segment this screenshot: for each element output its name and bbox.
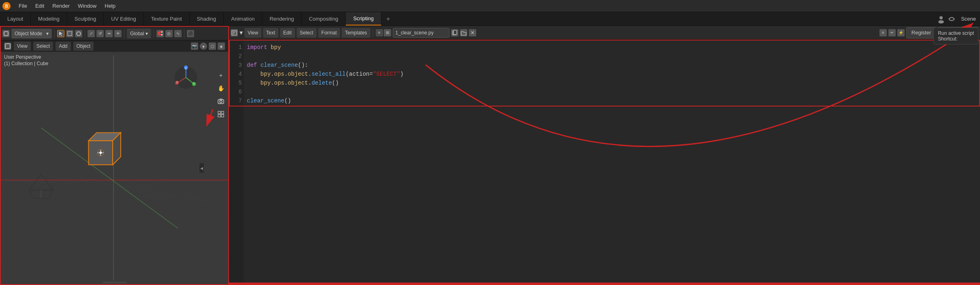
object-menu-button[interactable]: Object	[73, 42, 94, 51]
viewport-overlay-icon[interactable]: ⬡	[209, 43, 216, 50]
list-view-icon[interactable]: ≡	[376, 29, 383, 36]
code-line-7: clear_scene()	[247, 96, 977, 105]
svg-rect-6	[5, 44, 10, 49]
templates-menu-button[interactable]: Templates	[342, 28, 370, 38]
new-file-icon[interactable]	[451, 29, 458, 36]
script-editor-panel: ▾ View Text Edit Select Format Templates…	[229, 26, 980, 285]
editor-type-icon[interactable]	[231, 29, 238, 36]
line-numbering-icon[interactable]: ≡	[879, 29, 887, 36]
tab-scripting[interactable]: Scripting	[346, 12, 381, 26]
add-tool-button[interactable]: +	[215, 70, 227, 81]
text-menu-button[interactable]: Text	[263, 28, 278, 38]
menu-render[interactable]: Render	[48, 0, 74, 12]
snap-icon[interactable]: 🧲	[156, 30, 164, 37]
scale-icon[interactable]: ⇔	[105, 30, 113, 37]
viewport-nav-icon	[4, 43, 11, 50]
line-num-4: 4	[231, 70, 242, 79]
svg-rect-5	[68, 32, 72, 36]
open-file-icon[interactable]	[460, 29, 467, 36]
folder-icon	[461, 30, 466, 36]
tab-rendering[interactable]: Rendering	[262, 12, 302, 26]
tab-modeling[interactable]: Modeling	[31, 12, 67, 26]
shading-icon[interactable]: ⬛	[187, 30, 194, 37]
code-line-4: bpy.ops.object.select_all(action="SELECT…	[247, 70, 977, 79]
svg-text:B: B	[5, 4, 8, 9]
svg-point-3	[938, 20, 944, 23]
viewport-camera-icon[interactable]: 📷	[191, 43, 198, 50]
toolbar-separator-4	[154, 30, 154, 38]
grid-view-button[interactable]	[215, 108, 227, 120]
text-editor-icon	[231, 30, 237, 36]
bottom-red-indicator	[229, 283, 980, 285]
viewport-shading-solid-icon[interactable]: ●	[200, 43, 207, 50]
viewport-toolbar: Object Mode ▾ ⤢	[1, 27, 228, 40]
viewport-panel: Object Mode ▾ ⤢	[0, 26, 229, 285]
scene-label: Scene	[961, 16, 976, 22]
code-area[interactable]: import bpy def clear_scene(): bpy.ops.ob…	[244, 40, 980, 283]
viewport-canvas[interactable]: Z Y X User Perspective (1) Collection | …	[1, 52, 228, 284]
code-line-6	[247, 87, 977, 96]
transform-space-button[interactable]: Global ▾	[127, 29, 151, 38]
svg-text:Y: Y	[193, 82, 195, 85]
grab-tool-button[interactable]: ✋	[215, 83, 227, 94]
viewport-header-row: View Select Add Object 📷 ● ⬡ ◈	[1, 40, 228, 52]
move-icon[interactable]: ⤢	[88, 30, 95, 37]
copy-icon	[452, 30, 458, 36]
workspace-tabs: Layout Modeling Sculpting UV Editing Tex…	[0, 12, 980, 26]
toolbar-separator-3	[124, 30, 124, 38]
code-line-5: bpy.ops.object.delete()	[247, 79, 977, 87]
select-menu-button[interactable]: Select	[33, 42, 53, 51]
svg-rect-60	[218, 111, 220, 114]
tab-uv-editing[interactable]: UV Editing	[104, 12, 143, 26]
menu-window[interactable]: Window	[74, 0, 101, 12]
proportional-edit-icon[interactable]: ◎	[165, 30, 173, 37]
tab-texture-paint[interactable]: Texture Paint	[144, 12, 190, 26]
filename-input[interactable]	[393, 28, 449, 38]
toolbar-separator	[54, 30, 55, 38]
lasso-select-icon[interactable]	[75, 30, 82, 37]
format-menu-button[interactable]: Format	[318, 28, 340, 38]
close-file-icon[interactable]: ✕	[469, 29, 476, 36]
svg-rect-4	[4, 32, 8, 36]
script-content-area[interactable]: 1 2 3 4 5 6 7 import bpy def clear_scene…	[229, 40, 980, 283]
viewport-xray-icon[interactable]: ◈	[218, 43, 225, 50]
camera-tool-button[interactable]	[215, 96, 227, 107]
syntax-highlight-icon[interactable]: ⚡	[897, 29, 905, 36]
code-line-1: import bpy	[247, 43, 977, 52]
rotate-icon[interactable]: ↺	[96, 30, 104, 37]
select-tool-icon[interactable]	[57, 30, 64, 37]
line-numbers: 1 2 3 4 5 6 7	[229, 40, 244, 283]
tab-sculpting[interactable]: Sculpting	[67, 12, 104, 26]
view-menu-button[interactable]: View	[14, 42, 31, 51]
extra-tools-icon[interactable]: ∿	[174, 30, 182, 37]
menu-file[interactable]: File	[15, 0, 31, 12]
word-wrap-icon[interactable]: ↵	[888, 29, 896, 36]
svg-text:Z: Z	[185, 67, 187, 70]
svg-rect-61	[221, 111, 224, 114]
menu-help[interactable]: Help	[101, 0, 120, 12]
edit-menu-script-button[interactable]: Edit	[280, 28, 295, 38]
view-menu-script-button[interactable]: View	[244, 28, 261, 38]
line-num-5: 5	[231, 79, 242, 87]
bottom-resize-handle[interactable]	[103, 282, 127, 283]
panel-collapse-arrow[interactable]: ◂	[199, 163, 204, 173]
add-menu-button[interactable]: Add	[56, 42, 71, 51]
tab-shading[interactable]: Shading	[190, 12, 224, 26]
viewport-grid: Z Y X	[1, 52, 228, 284]
shortcut-label: Shortcut:	[938, 36, 974, 42]
register-button[interactable]: Register	[906, 27, 936, 38]
tab-animation[interactable]: Animation	[224, 12, 262, 26]
menu-edit[interactable]: Edit	[31, 0, 48, 12]
box-select-icon[interactable]	[66, 30, 73, 37]
object-mode-button[interactable]: Object Mode ▾	[11, 29, 52, 38]
transform-icon[interactable]: ✛	[114, 30, 122, 37]
select-menu-script-button[interactable]: Select	[297, 28, 317, 38]
viewport-mode-icon	[2, 30, 10, 37]
properties-icon[interactable]: ⊞	[384, 29, 391, 36]
tab-compositing[interactable]: Compositing	[302, 12, 346, 26]
viewport-side-toolbar: + ✋	[214, 68, 227, 121]
svg-text:X: X	[176, 81, 178, 84]
add-workspace-tab-button[interactable]: +	[381, 12, 395, 26]
main-area: Object Mode ▾ ⤢	[0, 26, 980, 285]
tab-layout[interactable]: Layout	[0, 12, 31, 26]
